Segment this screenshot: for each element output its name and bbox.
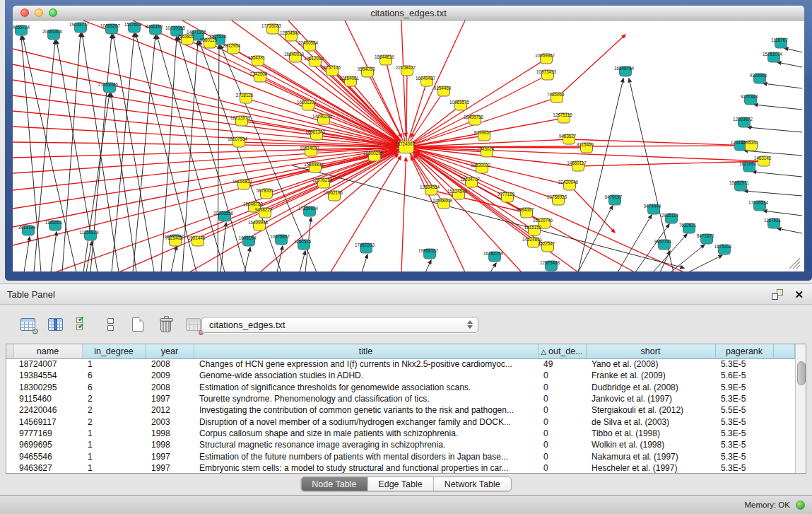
black-edge[interactable] [744, 191, 802, 196]
network-node[interactable]: 19530022 [471, 163, 491, 173]
cell-out[interactable]: 0 [538, 439, 586, 450]
network-node[interactable]: 18644619 [375, 54, 395, 65]
cell-out[interactable]: 0 [538, 393, 586, 404]
network-node[interactable]: 9984067 [517, 207, 534, 218]
cell-pr[interactable]: 5.6E-5 [715, 370, 773, 381]
cell-year[interactable]: 1998 [146, 428, 194, 439]
table-row[interactable]: 1830029562008Estimation of significance … [6, 382, 794, 393]
table-row[interactable]: 1456911722003Disruption of a novel membe… [6, 416, 794, 427]
cell-year[interactable]: 2009 [146, 370, 194, 381]
network-node[interactable]: 16782759 [483, 251, 504, 262]
cell-year[interactable]: 2008 [146, 382, 194, 393]
network-node[interactable]: 9474444 [644, 204, 661, 214]
tab-node-table[interactable]: Node Table [301, 477, 367, 491]
network-node[interactable]: 18114037 [300, 146, 319, 156]
red-edge[interactable] [13, 142, 396, 147]
cell-title[interactable]: Corpus callosum shape and size in male p… [194, 428, 538, 439]
cell-short[interactable]: de Silva et al. (2003) [586, 416, 715, 427]
cell-name[interactable]: 9777169 [13, 428, 82, 439]
network-node[interactable]: 2718126 [236, 93, 254, 103]
network-node[interactable]: 2342004 [250, 71, 268, 82]
black-edge[interactable] [133, 35, 155, 271]
cell-out[interactable]: 49 [538, 358, 586, 370]
cell-short[interactable]: Stergiakouli et al. (2012) [586, 404, 715, 416]
column-header-year[interactable]: year [146, 344, 194, 358]
red-edge[interactable] [570, 185, 615, 233]
network-node[interactable]: 1185051 [45, 220, 63, 230]
black-edge[interactable] [763, 211, 802, 216]
cell-short[interactable]: Franke et al. (2009) [586, 370, 715, 381]
network-node[interactable]: 9777169 [498, 192, 515, 202]
network-node[interactable]: 16409948 [248, 220, 269, 230]
cell-out[interactable]: 0 [538, 404, 586, 416]
black-edge[interactable] [34, 40, 55, 271]
network-node[interactable]: 8099657 [474, 130, 492, 141]
cell-name[interactable]: 9465546 [13, 450, 82, 462]
network-node[interactable]: 9154469 [434, 86, 452, 96]
table-row[interactable]: 1938455462009Genome-wide association stu… [6, 370, 794, 381]
cell-short[interactable]: Yano et al. (2008) [586, 358, 715, 370]
network-node[interactable]: 7485063 [547, 92, 565, 103]
black-edge[interactable] [753, 172, 802, 177]
network-node[interactable]: 12104707 [460, 177, 481, 187]
cell-name[interactable]: 14569117 [13, 416, 82, 427]
tab-network-table[interactable]: Network Table [433, 477, 511, 491]
red-edge[interactable] [569, 139, 751, 146]
cell-pr[interactable]: 5.3E-5 [715, 393, 773, 404]
network-node[interactable]: 22420046 [558, 180, 579, 190]
cell-indeg[interactable]: 1 [82, 450, 146, 462]
cell-pr[interactable]: 5.3E-5 [715, 450, 773, 462]
column-header-out_de[interactable]: △out_de... [538, 344, 586, 358]
cell-name[interactable]: 9115460 [13, 393, 82, 404]
network-node[interactable]: 16648784 [614, 66, 635, 76]
black-edge[interactable] [784, 48, 802, 52]
red-edge[interactable] [406, 81, 427, 147]
network-node[interactable]: 9860125 [200, 37, 218, 48]
cell-title[interactable]: Changes of HCN gene expression and I(f) … [194, 358, 538, 370]
delete-column-icon[interactable] [156, 315, 175, 334]
network-node[interactable]: 17957293 [355, 243, 375, 253]
network-node[interactable]: 9463627 [559, 134, 577, 144]
cell-indeg[interactable]: 2 [82, 416, 146, 427]
cell-title[interactable]: Estimation of the future numbers of pati… [194, 450, 538, 462]
column-header-pagerank[interactable]: pagerank [715, 344, 773, 358]
cell-out[interactable]: 0 [538, 370, 586, 381]
black-edge[interactable] [748, 127, 802, 132]
network-node[interactable]: 2522547 [538, 241, 555, 252]
network-window-titlebar[interactable]: citations_edges.txt [13, 6, 804, 21]
table-row[interactable]: 969969511998Structural magnetic resonanc… [6, 439, 794, 450]
table-row[interactable]: 946554611997Estimation of the future num… [6, 450, 794, 462]
black-edge[interactable] [578, 78, 623, 271]
network-node[interactable]: 15751074 [763, 52, 783, 62]
cell-out[interactable]: 0 [538, 416, 586, 427]
cell-name[interactable]: 19384554 [13, 370, 82, 381]
cell-indeg[interactable]: 1 [82, 428, 146, 439]
cell-pr[interactable]: 5.3E-5 [715, 358, 773, 370]
black-edge[interactable] [777, 228, 802, 233]
cell-indeg[interactable]: 6 [82, 370, 146, 381]
cell-year[interactable]: 1997 [146, 462, 194, 474]
network-node[interactable]: 20691406 [42, 29, 63, 40]
network-node[interactable]: 10969575 [449, 100, 470, 110]
network-node[interactable]: 16049487 [416, 76, 436, 86]
cell-title[interactable]: Disruption of a novel member of a sodium… [194, 416, 538, 427]
cell-title[interactable]: Genome-wide association studies in ADHD. [194, 370, 538, 381]
cell-pr[interactable]: 5.5E-5 [715, 404, 773, 416]
black-edge[interactable] [218, 45, 219, 271]
network-node[interactable]: 1645194 [239, 235, 257, 246]
network-node[interactable]: 10962196 [323, 190, 343, 201]
network-node[interactable]: 1167531 [764, 218, 782, 228]
select-rows-icon[interactable] [73, 315, 92, 334]
cell-short[interactable]: Hescheler et al. (1997) [586, 462, 715, 474]
network-node[interactable]: 1615152 [524, 225, 542, 235]
network-node[interactable]: 19033717 [69, 22, 90, 33]
column-header-name[interactable]: name [13, 344, 82, 358]
cell-year[interactable]: 1998 [146, 439, 194, 450]
table-row[interactable]: 911546021997Tourette syndrome. Phenomeno… [6, 393, 794, 404]
network-node[interactable]: 24055724 [13, 25, 30, 35]
network-node[interactable]: 1527602 [124, 22, 142, 33]
cell-title[interactable]: Embryonic stem cells: a model to study s… [194, 462, 538, 474]
red-edge[interactable] [13, 80, 396, 145]
network-node[interactable]: 17726083 [261, 23, 282, 34]
network-node[interactable]: 1250515 [294, 239, 312, 250]
